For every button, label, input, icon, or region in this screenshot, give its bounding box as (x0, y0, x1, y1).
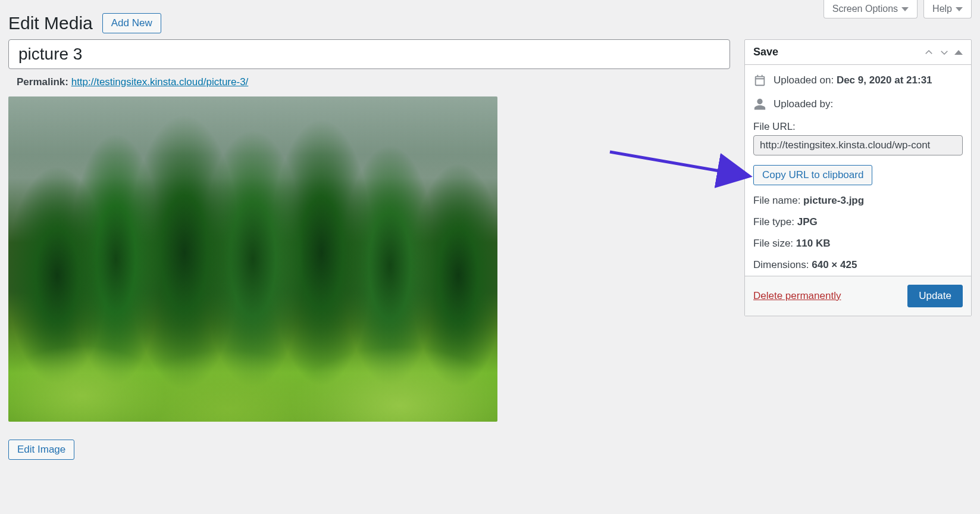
chevron-down-icon (901, 7, 909, 11)
dimensions-row: Dimensions: 640 × 425 (753, 259, 963, 271)
user-icon (753, 98, 766, 111)
page-title: Edit Media (8, 13, 93, 33)
calendar-icon (753, 74, 766, 87)
help-button[interactable]: Help (923, 0, 972, 18)
save-panel: Save Uploaded on: (744, 39, 972, 316)
dimensions-value: 640 × 425 (812, 259, 857, 270)
panel-move-down-icon[interactable] (939, 47, 950, 58)
file-name-value: picture-3.jpg (803, 195, 864, 206)
uploaded-on-value: Dec 9, 2020 at 21:31 (837, 74, 932, 86)
add-new-button[interactable]: Add New (102, 13, 161, 33)
screen-options-label: Screen Options (832, 4, 898, 14)
file-size-value: 110 KB (796, 238, 831, 249)
permalink-label: Permalink: (17, 76, 68, 88)
uploaded-on-text: Uploaded on: Dec 9, 2020 at 21:31 (774, 73, 932, 88)
chevron-down-icon (956, 7, 963, 11)
file-url-label: File URL: (753, 121, 963, 133)
file-size-row: File size: 110 KB (753, 238, 963, 250)
save-panel-header: Save (745, 40, 971, 65)
file-type-value: JPG (797, 216, 818, 228)
panel-toggle-icon[interactable] (954, 50, 963, 55)
media-preview-image (8, 96, 497, 422)
edit-image-button[interactable]: Edit Image (8, 440, 74, 460)
screen-options-button[interactable]: Screen Options (824, 0, 918, 18)
uploaded-by-label: Uploaded by: (774, 97, 833, 111)
delete-permanently-link[interactable]: Delete permanently (753, 290, 841, 302)
dimensions-label: Dimensions: (753, 259, 809, 270)
file-size-label: File size: (753, 238, 793, 249)
file-type-label: File type: (753, 216, 794, 228)
file-type-row: File type: JPG (753, 216, 963, 228)
main-column: Permalink: http://testingsitex.kinsta.cl… (8, 39, 730, 460)
file-name-row: File name: picture-3.jpg (753, 195, 963, 207)
help-label: Help (932, 4, 952, 14)
media-title-input[interactable] (8, 39, 730, 69)
screen-meta-tabs: Screen Options Help (824, 0, 972, 18)
panel-head-actions (923, 47, 963, 58)
save-panel-title: Save (753, 46, 778, 58)
permalink-row: Permalink: http://testingsitex.kinsta.cl… (8, 69, 730, 96)
sidebar-column: Save Uploaded on: (744, 39, 972, 316)
uploaded-by-row: Uploaded by: (753, 97, 963, 111)
file-url-input[interactable] (753, 135, 963, 155)
copy-url-button[interactable]: Copy URL to clipboard (753, 165, 872, 185)
save-panel-body: Uploaded on: Dec 9, 2020 at 21:31 Upload… (745, 65, 971, 276)
uploaded-on-row: Uploaded on: Dec 9, 2020 at 21:31 (753, 73, 963, 88)
file-name-label: File name: (753, 195, 800, 206)
uploaded-on-label: Uploaded on: (774, 74, 834, 86)
permalink-link[interactable]: http://testingsitex.kinsta.cloud/picture… (71, 76, 249, 88)
update-button[interactable]: Update (907, 285, 963, 307)
panel-move-up-icon[interactable] (923, 47, 934, 58)
save-panel-footer: Delete permanently Update (745, 276, 971, 316)
file-url-block: File URL: (753, 121, 963, 155)
